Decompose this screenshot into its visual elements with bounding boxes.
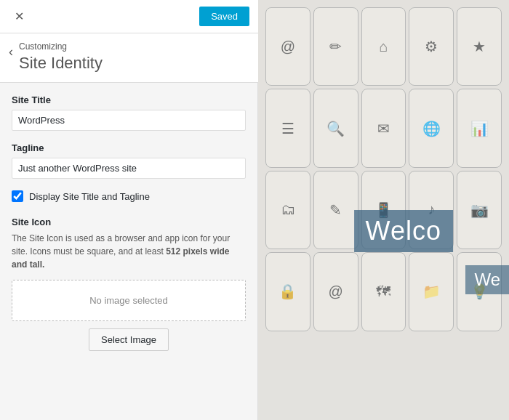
icon-cell: ✏ [313, 7, 358, 86]
icon-cell: 📷 [457, 171, 502, 249]
icon-cell: ☰ [265, 89, 310, 167]
icon-cell: ✉ [361, 89, 406, 167]
icon-cell: 📁 [409, 252, 454, 331]
site-title-group: Site Title [12, 94, 246, 131]
no-image-label: No image selected [89, 295, 168, 306]
site-title-label: Site Title [12, 94, 246, 105]
preview-image: @ ✏ ⌂ ⚙ ★ ☰ 🔍 ✉ 🌐 📊 🗂 ✎ 📱 ♪ 📷 🔒 @ 🗺 📁 💡 … [258, 0, 509, 420]
site-icon-label: Site Icon [12, 217, 246, 227]
breadcrumb: Customizing Site Identity [19, 41, 103, 73]
breadcrumb-bar: ‹ Customizing Site Identity [0, 33, 258, 83]
select-image-button[interactable]: Select Image [89, 328, 169, 351]
display-checkbox[interactable] [12, 190, 23, 202]
icon-cell: 🗺 [361, 252, 406, 331]
sidebar-panel: Site Title Tagline Display Site Title an… [0, 83, 258, 420]
tagline-group: Tagline [12, 142, 246, 179]
icon-cell: @ [313, 252, 358, 331]
icon-cell: 🔍 [313, 89, 358, 167]
site-title-input[interactable] [12, 110, 246, 131]
we-overlay: We [465, 265, 509, 294]
icon-cell: ★ [457, 7, 502, 86]
close-button[interactable]: ✕ [9, 8, 30, 25]
tagline-input[interactable] [12, 158, 246, 179]
welcome-overlay: Welco [354, 210, 453, 252]
site-icon-description: The Site Icon is used as a browser and a… [12, 232, 246, 271]
no-image-box: No image selected [12, 280, 246, 321]
icon-cell: ⌂ [361, 7, 406, 86]
display-checkbox-row: Display Site Title and Tagline [12, 190, 246, 202]
breadcrumb-parent: Customizing [19, 41, 103, 53]
top-bar: ✕ Saved [0, 0, 258, 33]
breadcrumb-current: Site Identity [19, 53, 103, 74]
icon-cell: 🔒 [265, 252, 310, 331]
icon-cell: ⚙ [409, 7, 454, 86]
icon-cell: 🗂 [265, 171, 310, 249]
icon-cell: @ [265, 7, 310, 86]
icon-cell: ✎ [313, 171, 358, 249]
icon-cell: 📊 [457, 89, 502, 167]
display-checkbox-label: Display Site Title and Tagline [29, 191, 150, 202]
site-icon-group: Site Icon The Site Icon is used as a bro… [12, 217, 246, 351]
tagline-label: Tagline [12, 142, 246, 153]
saved-button[interactable]: Saved [199, 7, 249, 26]
preview-area: @ ✏ ⌂ ⚙ ★ ☰ 🔍 ✉ 🌐 📊 🗂 ✎ 📱 ♪ 📷 🔒 @ 🗺 📁 💡 … [258, 0, 509, 420]
back-button[interactable]: ‹ [9, 42, 19, 61]
icon-cell: 🌐 [409, 89, 454, 167]
